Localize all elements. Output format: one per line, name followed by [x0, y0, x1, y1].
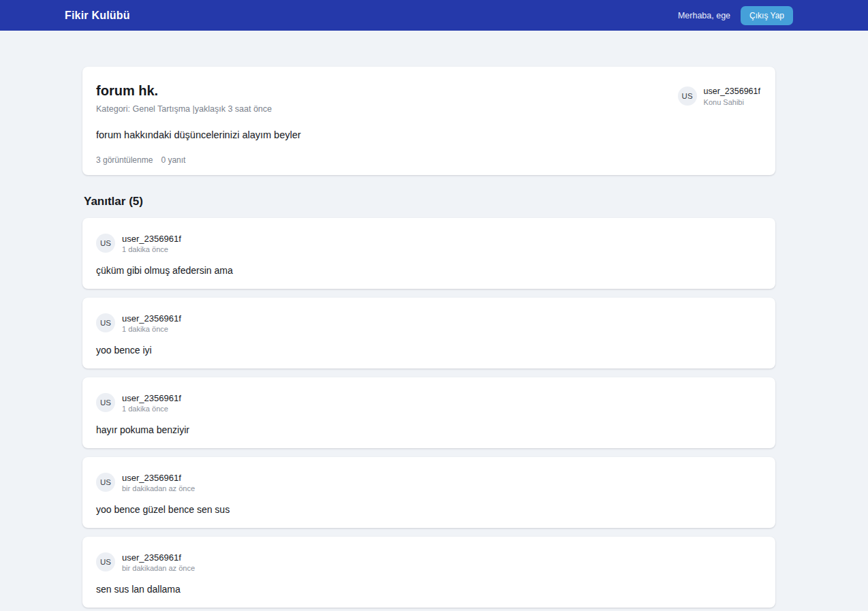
- author-avatar: US: [678, 87, 697, 106]
- reply-author-info: user_2356961f bir dakikadan az önce: [122, 473, 195, 492]
- post-body: forum hakkındaki düşüncelerinizi alayım …: [96, 129, 301, 140]
- post-stats: 3 görüntülenme 0 yanıt: [96, 155, 301, 165]
- reply-author-info: user_2356961f 1 dakika önce: [122, 393, 181, 413]
- reply-card: US user_2356961f 1 dakika önce hayır pok…: [82, 377, 775, 448]
- replies-list: US user_2356961f 1 dakika önce çüküm gib…: [82, 218, 775, 608]
- reply-timestamp: 1 dakika önce: [122, 245, 181, 253]
- app-header: Fikir Kulübü Merhaba, ege Çıkış Yap: [0, 0, 868, 31]
- reply-avatar: US: [96, 473, 115, 492]
- main-content: forum hk. Kategori: Genel Tartışma |yakl…: [82, 67, 775, 608]
- reply-card: US user_2356961f bir dakikadan az önce s…: [82, 537, 775, 608]
- post-main: forum hk. Kategori: Genel Tartışma |yakl…: [96, 83, 301, 161]
- logout-button[interactable]: Çıkış Yap: [741, 6, 793, 25]
- reply-author-info: user_2356961f 1 dakika önce: [122, 234, 181, 253]
- reply-header: US user_2356961f bir dakikadan az önce: [96, 473, 762, 492]
- reply-body: sen sus lan dallama: [96, 584, 762, 595]
- reply-author-name: user_2356961f: [122, 473, 195, 483]
- header-right: Merhaba, ege Çıkış Yap: [678, 6, 793, 25]
- post-meta: Kategori: Genel Tartışma |yaklaşık 3 saa…: [96, 104, 301, 114]
- reply-header: US user_2356961f 1 dakika önce: [96, 313, 762, 333]
- app-title[interactable]: Fikir Kulübü: [65, 10, 130, 22]
- user-greeting: Merhaba, ege: [678, 11, 730, 20]
- author-role-badge: Konu Sahibi: [704, 98, 760, 106]
- reply-author-name: user_2356961f: [122, 552, 195, 563]
- reply-timestamp: 1 dakika önce: [122, 325, 181, 333]
- author-info: user_2356961f Konu Sahibi: [704, 87, 760, 106]
- reply-body: yoo bence iyi: [96, 345, 762, 356]
- reply-avatar: US: [96, 393, 115, 412]
- reply-body: hayır pokuma benziyir: [96, 424, 762, 435]
- reply-timestamp: bir dakikadan az önce: [122, 484, 195, 492]
- reply-timestamp: bir dakikadan az önce: [122, 564, 195, 572]
- reply-author-name: user_2356961f: [122, 234, 181, 244]
- reply-card: US user_2356961f bir dakikadan az önce y…: [82, 457, 775, 528]
- post-card: forum hk. Kategori: Genel Tartışma |yakl…: [82, 67, 775, 175]
- reply-body: çüküm gibi olmuş afedersin ama: [96, 265, 762, 276]
- reply-header: US user_2356961f 1 dakika önce: [96, 393, 762, 413]
- reply-author-info: user_2356961f bir dakikadan az önce: [122, 552, 195, 572]
- post-title: forum hk.: [96, 83, 301, 99]
- reply-timestamp: 1 dakika önce: [122, 405, 181, 413]
- reply-card: US user_2356961f 1 dakika önce yoo bence…: [82, 298, 775, 369]
- reply-header: US user_2356961f 1 dakika önce: [96, 234, 762, 253]
- reply-avatar: US: [96, 313, 115, 332]
- reply-card: US user_2356961f 1 dakika önce çüküm gib…: [82, 218, 775, 289]
- replies-heading: Yanıtlar (5): [84, 195, 775, 208]
- post-author: US user_2356961f Konu Sahibi: [678, 83, 760, 161]
- view-count: 3 görüntülenme: [96, 155, 153, 165]
- reply-author-name: user_2356961f: [122, 393, 181, 403]
- reply-header: US user_2356961f bir dakikadan az önce: [96, 552, 762, 572]
- reply-count: 0 yanıt: [161, 155, 185, 165]
- author-name: user_2356961f: [704, 87, 760, 96]
- reply-author-name: user_2356961f: [122, 313, 181, 324]
- reply-author-info: user_2356961f 1 dakika önce: [122, 313, 181, 333]
- reply-avatar: US: [96, 234, 115, 253]
- reply-avatar: US: [96, 552, 115, 571]
- reply-body: yoo bence güzel bence sen sus: [96, 504, 762, 515]
